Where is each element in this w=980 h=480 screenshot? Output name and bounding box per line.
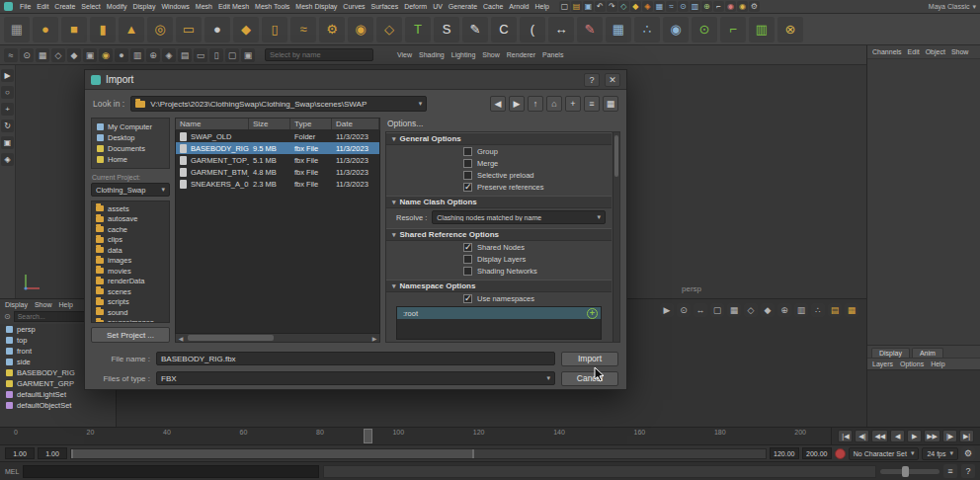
project-folder-item[interactable]: renderData bbox=[94, 277, 167, 287]
checkbox[interactable] bbox=[463, 243, 472, 252]
ep-curve-icon[interactable]: C bbox=[491, 17, 517, 42]
close-icon[interactable]: ✕ bbox=[605, 73, 620, 87]
select-hierarchy-icon[interactable]: ◇ bbox=[618, 1, 629, 12]
namespace-item[interactable]: :root bbox=[397, 307, 601, 319]
select-tool-icon[interactable]: ▶ bbox=[1, 69, 14, 82]
shaded-icon[interactable]: ◆ bbox=[67, 48, 81, 62]
project-folder-item[interactable]: movies bbox=[94, 266, 167, 277]
column-header-size[interactable]: Size bbox=[249, 119, 290, 129]
up-one-level-button[interactable]: ↑ bbox=[528, 96, 543, 112]
command-language-label[interactable]: MEL bbox=[5, 468, 19, 475]
project-folder-item[interactable]: sourceimages bbox=[94, 318, 167, 324]
project-folder-item[interactable]: assets bbox=[94, 203, 167, 214]
workspace-selector[interactable]: Maya Classic bbox=[929, 3, 970, 10]
layer-editor-menu-item[interactable]: Layers bbox=[872, 360, 893, 367]
history-icon[interactable]: ⊕ bbox=[701, 1, 712, 12]
channel-box-menu-item[interactable]: Edit bbox=[908, 48, 920, 55]
fps-select[interactable]: 24 fps ▾ bbox=[922, 447, 958, 460]
help-icon[interactable]: ? bbox=[961, 464, 975, 478]
textured-icon[interactable]: ▣ bbox=[83, 48, 97, 62]
zoom-fit-icon[interactable]: ⊕ bbox=[777, 303, 791, 317]
new-scene-icon[interactable]: ▢ bbox=[559, 1, 570, 12]
type-tool-icon[interactable]: T bbox=[405, 17, 431, 42]
constraint-icon[interactable]: ⊗ bbox=[777, 17, 803, 42]
outliner-item[interactable]: defaultObjectSet bbox=[0, 400, 116, 411]
ipr-render-icon[interactable]: ◉ bbox=[737, 1, 748, 12]
menu-item[interactable]: Windows bbox=[158, 3, 192, 10]
project-folder-item[interactable]: images bbox=[94, 256, 167, 267]
wireframe-icon[interactable]: ◇ bbox=[51, 48, 65, 62]
scale-tool-icon[interactable]: ▣ bbox=[1, 136, 14, 149]
select-by-name-input[interactable] bbox=[265, 48, 373, 61]
set-project-button[interactable]: Set Project ... bbox=[91, 327, 170, 343]
project-folder-item[interactable]: cache bbox=[94, 224, 167, 235]
points-display-icon[interactable]: ⊙ bbox=[20, 48, 34, 62]
poly-torus-icon[interactable]: ◎ bbox=[147, 17, 173, 42]
list-view-button[interactable]: ≡ bbox=[584, 96, 600, 112]
arc-tool-icon[interactable]: ( bbox=[520, 17, 545, 42]
animation-end-field[interactable] bbox=[802, 447, 832, 459]
poly-cube-icon[interactable]: ■ bbox=[61, 17, 87, 42]
project-folder-item[interactable]: autosave bbox=[94, 214, 167, 225]
cluster-icon[interactable]: ∴ bbox=[634, 17, 660, 42]
help-line-slider[interactable] bbox=[880, 469, 939, 474]
menu-item[interactable]: Generate bbox=[446, 3, 480, 10]
panel-menu-item[interactable]: Show bbox=[482, 51, 500, 58]
create-folder-button[interactable]: + bbox=[565, 96, 581, 112]
use-namespaces-checkbox[interactable] bbox=[463, 294, 472, 303]
project-folder-item[interactable]: scenes bbox=[94, 286, 167, 297]
snap-curve-icon[interactable]: ≈ bbox=[666, 1, 677, 12]
column-header-type[interactable]: Type bbox=[290, 119, 332, 129]
current-time-marker[interactable] bbox=[364, 429, 372, 443]
curve-tool-icon[interactable]: S bbox=[434, 17, 459, 42]
channel-box-menu-item[interactable]: Channels bbox=[872, 48, 902, 55]
go-to-end-button[interactable]: ▶| bbox=[959, 430, 974, 442]
save-scene-icon[interactable]: ▣ bbox=[583, 1, 594, 12]
xray-icon[interactable]: ▥ bbox=[130, 48, 144, 62]
section-namespace-options[interactable]: ▾ Namespace Options bbox=[386, 280, 612, 292]
playback-start-field[interactable] bbox=[38, 447, 67, 459]
last-tool-icon[interactable]: ◈ bbox=[1, 153, 14, 166]
section-general-options[interactable]: ▾ General Options bbox=[386, 132, 612, 145]
layer-editor-menu-item[interactable]: Options bbox=[900, 360, 924, 367]
file-row[interactable]: SWAP_OLD Folder 11/3/2023 bbox=[176, 130, 379, 142]
project-folder-item[interactable]: sound bbox=[94, 307, 167, 318]
slider-thumb[interactable] bbox=[902, 466, 909, 477]
home-button[interactable]: ⌂ bbox=[546, 96, 562, 112]
menu-item[interactable]: Edit Mesh bbox=[215, 3, 252, 10]
resolve-select[interactable]: Clashing nodes matched by name ▾ bbox=[432, 210, 606, 224]
scrollbar-thumb[interactable] bbox=[614, 135, 618, 177]
poly-pipe-icon[interactable]: ▯ bbox=[262, 17, 287, 42]
curves-display-icon[interactable]: ≈ bbox=[4, 48, 18, 62]
dialog-help-button[interactable]: ? bbox=[584, 73, 600, 87]
range-slider-handle[interactable] bbox=[71, 449, 474, 458]
layer-editor-tab[interactable]: Display bbox=[871, 348, 910, 358]
joint-tool-icon[interactable]: ⊙ bbox=[692, 17, 717, 42]
snap-point-icon[interactable]: ⊙ bbox=[678, 1, 689, 12]
poly-cone-icon[interactable]: ▲ bbox=[119, 17, 144, 42]
import-button[interactable]: Import bbox=[561, 352, 618, 366]
files-of-type-select[interactable]: FBX ▾ bbox=[156, 371, 555, 385]
forward-button[interactable]: ▶ bbox=[509, 96, 525, 112]
construction-plane-icon[interactable]: ⌐ bbox=[713, 1, 724, 12]
menu-item[interactable]: Curves bbox=[340, 3, 368, 10]
lattice-icon[interactable]: ▦ bbox=[606, 17, 631, 42]
rotate-tool-icon[interactable]: ↻ bbox=[1, 120, 14, 132]
channel-box-content[interactable] bbox=[867, 59, 980, 345]
pencil-curve-icon[interactable]: ✎ bbox=[462, 17, 488, 42]
menu-item[interactable]: Display bbox=[129, 3, 158, 10]
camera-attrs-icon[interactable]: ⊕ bbox=[146, 48, 160, 62]
file-row[interactable]: SNEAKERS_A_01.fbx 2.3 MB fbx File 11/3/2… bbox=[176, 178, 379, 190]
panel-menu-item[interactable]: View bbox=[397, 51, 412, 58]
menu-item[interactable]: File bbox=[17, 3, 34, 10]
animation-start-field[interactable] bbox=[5, 447, 35, 459]
bookmark-item[interactable]: My Computer bbox=[95, 121, 166, 132]
panel-menu-item[interactable]: Renderer bbox=[507, 51, 535, 58]
soccer-ball-icon[interactable]: ◉ bbox=[348, 17, 373, 42]
menu-item[interactable]: Modify bbox=[104, 3, 130, 10]
frame-range-icon[interactable]: ▥ bbox=[794, 303, 808, 317]
outliner-menu-item[interactable]: Display bbox=[5, 301, 28, 308]
grid-snap-icon[interactable]: ▦ bbox=[845, 303, 858, 317]
poly-cylinder-icon[interactable]: ▮ bbox=[90, 17, 116, 42]
move-tool-icon[interactable]: + bbox=[1, 103, 14, 116]
